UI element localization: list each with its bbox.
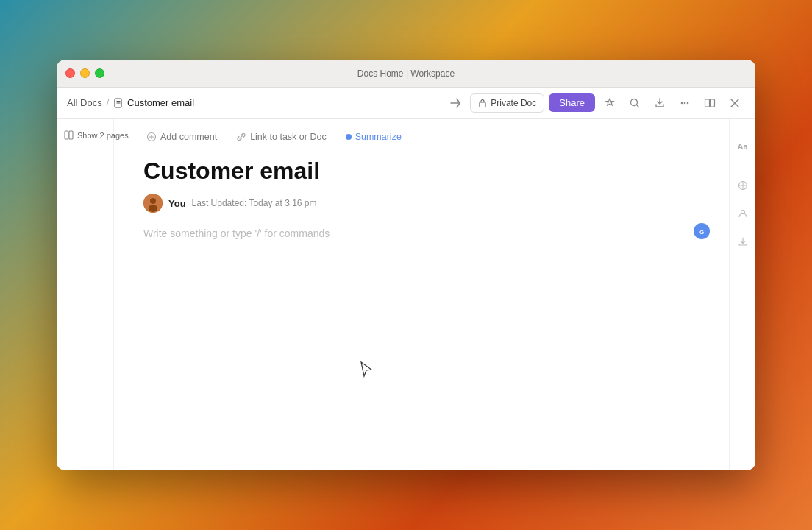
avatar-inner [143, 194, 163, 213]
svg-text:G: G [699, 229, 704, 236]
font-icon: Aa [737, 142, 747, 151]
svg-point-7 [681, 102, 683, 104]
doc-actions: Add comment Link to task or Doc Summariz… [143, 119, 699, 151]
close-doc-button[interactable] [724, 93, 745, 113]
doc-icon [113, 98, 124, 108]
split-view-button[interactable] [699, 93, 720, 113]
editor-area[interactable]: Write something or type '/' for commands… [143, 226, 699, 373]
svg-point-20 [150, 198, 156, 204]
traffic-lights [65, 68, 104, 78]
author-row: You Last Updated: Today at 3:16 pm [143, 194, 699, 213]
maximize-button[interactable] [95, 68, 104, 78]
svg-rect-10 [705, 99, 710, 107]
link-task-label: Link to task or Doc [250, 132, 327, 142]
svg-rect-15 [69, 131, 73, 139]
layout-button[interactable] [733, 175, 753, 196]
minimize-button[interactable] [80, 68, 90, 78]
author-name: You [168, 198, 186, 209]
sidebar-left: Show 2 pages [57, 119, 114, 470]
add-comment-button[interactable]: Add comment [143, 130, 220, 144]
share-to-icon-btn[interactable] [445, 93, 466, 113]
close-button[interactable] [65, 68, 75, 78]
sidebar-right: Aa [729, 119, 755, 470]
title-bar: Docs Home | Workspace [57, 60, 755, 88]
avatar [143, 194, 163, 213]
last-updated-text: Last Updated: Today at 3:16 pm [192, 198, 317, 208]
svg-point-21 [149, 205, 157, 212]
breadcrumb: All Docs / Customer email [67, 97, 194, 108]
search-button[interactable] [624, 93, 645, 113]
download-button[interactable] [733, 231, 753, 252]
doc-area: Add comment Link to task or Doc Summariz… [114, 119, 729, 470]
share-button[interactable]: Share [549, 93, 595, 112]
export-button[interactable] [649, 93, 670, 113]
more-options-button[interactable] [674, 93, 695, 113]
toolbar: All Docs / Customer email [57, 88, 755, 119]
svg-point-8 [684, 102, 686, 104]
summarize-dot [346, 134, 352, 140]
toolbar-right: Private Doc Share [445, 93, 745, 113]
add-comment-label: Add comment [160, 132, 217, 142]
svg-rect-11 [710, 99, 715, 107]
breadcrumb-separator: / [107, 98, 109, 108]
svg-rect-14 [65, 131, 68, 139]
window-title: Docs Home | Workspace [357, 68, 455, 79]
private-doc-button[interactable]: Private Doc [470, 93, 544, 113]
all-docs-link[interactable]: All Docs [67, 97, 102, 108]
link-task-button[interactable]: Link to task or Doc [233, 130, 330, 144]
font-size-button[interactable]: Aa [733, 136, 753, 157]
breadcrumb-current-doc: Customer email [113, 97, 194, 108]
cursor-indicator: G [694, 223, 710, 239]
collaborators-button[interactable] [733, 203, 753, 224]
main-content: Show 2 pages Add comment [57, 119, 755, 470]
summarize-button[interactable]: Summarize [343, 130, 405, 144]
private-doc-label: Private Doc [491, 98, 536, 108]
svg-line-6 [637, 105, 639, 107]
editor-placeholder[interactable]: Write something or type '/' for commands [143, 226, 699, 241]
current-doc-name: Customer email [127, 97, 194, 108]
star-button[interactable] [599, 93, 620, 113]
summarize-label: Summarize [355, 132, 402, 142]
svg-point-9 [687, 102, 689, 104]
app-window: Docs Home | Workspace All Docs / Custome… [57, 60, 755, 470]
svg-rect-4 [480, 102, 485, 107]
document-title: Customer email [143, 157, 699, 185]
